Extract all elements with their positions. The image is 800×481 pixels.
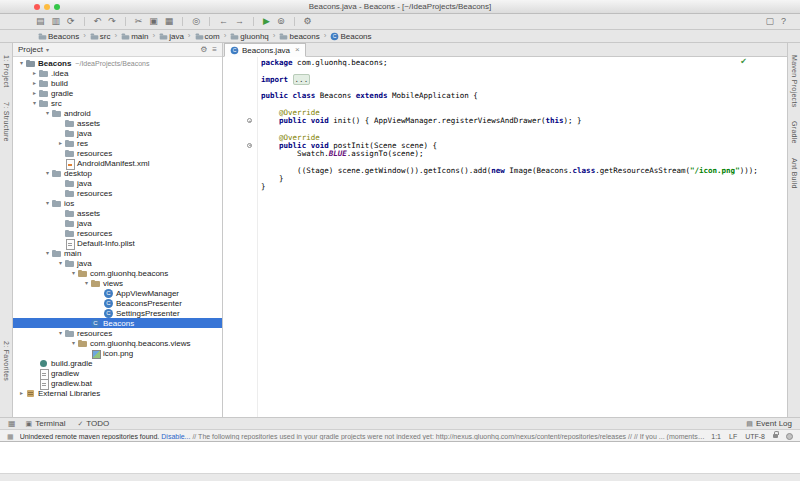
code-line[interactable]: package com.gluonhq.beacons; bbox=[223, 59, 787, 67]
code-line[interactable]: ((Stage) scene.getWindow()).getIcons().a… bbox=[223, 167, 787, 175]
tree-expander-icon[interactable]: ▾ bbox=[30, 100, 39, 106]
paste-icon[interactable]: ▦ bbox=[165, 17, 174, 26]
tree-item[interactable]: resources bbox=[13, 148, 222, 158]
help-icon[interactable]: ? bbox=[781, 17, 786, 26]
tool-stripe-button[interactable]: 7: Structure bbox=[3, 102, 10, 142]
tree-item[interactable]: ▾ios bbox=[13, 198, 222, 208]
tree-item[interactable]: Beacons bbox=[13, 318, 222, 328]
tree-item[interactable]: ▸build bbox=[13, 78, 222, 88]
tree-expander-icon[interactable]: ▾ bbox=[43, 110, 52, 116]
tool-stripe-button[interactable]: Maven Projects bbox=[791, 55, 798, 107]
code-line[interactable]: } bbox=[223, 183, 787, 191]
tree-item[interactable]: AndroidManifest.xml bbox=[13, 158, 222, 168]
caret-position-widget[interactable]: 1:1 bbox=[711, 433, 721, 440]
tree-item[interactable]: AppViewManager bbox=[13, 288, 222, 298]
tool-window-button-todo[interactable]: ✓TODO bbox=[77, 419, 109, 428]
collapse-all-icon[interactable]: ≡ bbox=[212, 46, 217, 54]
tool-window-button-event-log[interactable]: ▤Event Log bbox=[746, 419, 792, 428]
breadcrumb-item[interactable]: java bbox=[159, 32, 184, 41]
tree-item[interactable]: ▸gradle bbox=[13, 88, 222, 98]
close-window-button[interactable] bbox=[34, 4, 40, 10]
hide-tool-windows-icon[interactable]: ▢ bbox=[765, 17, 774, 26]
code-line[interactable]: public void init() { AppViewManager.regi… bbox=[223, 117, 787, 125]
find-icon[interactable]: ◎ bbox=[192, 17, 200, 26]
run-icon[interactable]: ▶ bbox=[263, 17, 270, 26]
tool-stripe-button[interactable]: Ant Build bbox=[791, 158, 798, 189]
tree-item[interactable]: SettingsPresenter bbox=[13, 308, 222, 318]
tree-item[interactable]: BeaconsPresenter bbox=[13, 298, 222, 308]
breadcrumb-item[interactable]: Beacons bbox=[330, 32, 371, 41]
breadcrumb-item[interactable]: beacons bbox=[279, 32, 319, 41]
overriding-method-icon[interactable] bbox=[247, 118, 252, 123]
minimize-window-button[interactable] bbox=[44, 4, 50, 10]
tree-item[interactable]: ▸.idea bbox=[13, 68, 222, 78]
highlighting-level-icon[interactable] bbox=[786, 433, 793, 440]
settings-icon[interactable]: ⚙ bbox=[304, 17, 312, 26]
project-view-selector[interactable]: Project bbox=[18, 45, 43, 54]
tree-item[interactable]: assets bbox=[13, 208, 222, 218]
tree-item[interactable]: java bbox=[13, 218, 222, 228]
breadcrumb-item[interactable]: gluonhq bbox=[230, 32, 268, 41]
breadcrumb-item[interactable]: com bbox=[195, 32, 220, 41]
code-line[interactable]: import ... bbox=[223, 76, 787, 84]
tree-item[interactable]: assets bbox=[13, 118, 222, 128]
synchronize-icon[interactable]: ⟳ bbox=[67, 17, 75, 26]
overriding-method-icon[interactable] bbox=[247, 143, 252, 148]
readonly-lock-icon[interactable] bbox=[773, 434, 778, 438]
back-icon[interactable]: ← bbox=[219, 17, 228, 26]
breadcrumb-item[interactable]: main bbox=[121, 32, 148, 41]
tree-item[interactable]: resources bbox=[13, 228, 222, 238]
tree-expander-icon[interactable]: ▾ bbox=[82, 280, 91, 286]
save-all-icon[interactable]: ▥ bbox=[52, 17, 61, 26]
code-line[interactable]: public class Beacons extends MobileAppli… bbox=[223, 92, 787, 100]
forward-icon[interactable]: → bbox=[235, 17, 244, 26]
encoding-widget[interactable]: UTF-8 bbox=[745, 433, 765, 440]
zoom-window-button[interactable] bbox=[54, 4, 60, 10]
tree-item[interactable]: icon.png bbox=[13, 348, 222, 358]
editor-tab-beacons-java[interactable]: Beacons.java × bbox=[224, 43, 306, 57]
tool-window-switcher-icon[interactable]: ▦ bbox=[8, 420, 16, 428]
tree-item[interactable]: ▾src bbox=[13, 98, 222, 108]
tool-stripe-button[interactable]: 2: Favorites bbox=[3, 341, 10, 381]
status-bar-menu-icon[interactable]: ▦ bbox=[7, 433, 14, 440]
inspections-status-icon[interactable]: ✔ bbox=[740, 58, 747, 66]
disable-link[interactable]: Disable... bbox=[161, 433, 190, 440]
cut-icon[interactable]: ✂ bbox=[135, 17, 143, 26]
tree-expander-icon[interactable]: ▾ bbox=[69, 340, 78, 346]
tree-item[interactable]: Default-Info.plist bbox=[13, 238, 222, 248]
settings-gear-icon[interactable]: ⚙ bbox=[200, 46, 207, 54]
tree-item[interactable]: java bbox=[13, 178, 222, 188]
tree-item[interactable]: gradlew bbox=[13, 368, 222, 378]
tree-item[interactable]: ▾android bbox=[13, 108, 222, 118]
tree-item[interactable]: ▾main bbox=[13, 248, 222, 258]
tree-item[interactable]: ▾Beacons~/IdeaProjects/Beacons bbox=[13, 58, 222, 68]
tree-item[interactable]: ▾com.gluonhq.beacons.views bbox=[13, 338, 222, 348]
tree-item[interactable]: ▾resources bbox=[13, 328, 222, 338]
tree-expander-icon[interactable]: ▸ bbox=[17, 390, 26, 396]
editor-code[interactable]: ✔ package com.gluonhq.beacons; import ..… bbox=[223, 57, 787, 417]
tree-item[interactable]: build.gradle bbox=[13, 358, 222, 368]
tree-item[interactable]: ▾java bbox=[13, 258, 222, 268]
debug-icon[interactable]: ⊚ bbox=[277, 17, 285, 26]
tree-item[interactable]: gradlew.bat bbox=[13, 378, 222, 388]
tree-expander-icon[interactable]: ▸ bbox=[56, 140, 65, 146]
tree-expander-icon[interactable]: ▾ bbox=[69, 270, 78, 276]
tree-expander-icon[interactable]: ▾ bbox=[43, 200, 52, 206]
copy-icon[interactable]: ▣ bbox=[149, 17, 158, 26]
tree-expander-icon[interactable]: ▾ bbox=[56, 330, 65, 336]
tree-item[interactable]: ▾views bbox=[13, 278, 222, 288]
open-icon[interactable]: ▤ bbox=[36, 17, 45, 26]
tree-item[interactable]: ▾desktop bbox=[13, 168, 222, 178]
tool-stripe-button[interactable]: 1: Project bbox=[3, 55, 10, 88]
breadcrumb-item[interactable]: src bbox=[90, 32, 111, 41]
tree-item[interactable]: ▸res bbox=[13, 138, 222, 148]
tree-expander-icon[interactable]: ▸ bbox=[30, 90, 39, 96]
redo-icon[interactable]: ↷ bbox=[108, 17, 116, 26]
tree-item[interactable]: resources bbox=[13, 188, 222, 198]
tree-expander-icon[interactable]: ▾ bbox=[43, 170, 52, 176]
close-tab-icon[interactable]: × bbox=[295, 46, 300, 54]
tree-expander-icon[interactable]: ▾ bbox=[17, 60, 26, 66]
breadcrumb-item[interactable]: Beacons bbox=[38, 32, 79, 41]
tree-item[interactable]: ▾com.gluonhq.beacons bbox=[13, 268, 222, 278]
tree-expander-icon[interactable]: ▸ bbox=[30, 70, 39, 76]
